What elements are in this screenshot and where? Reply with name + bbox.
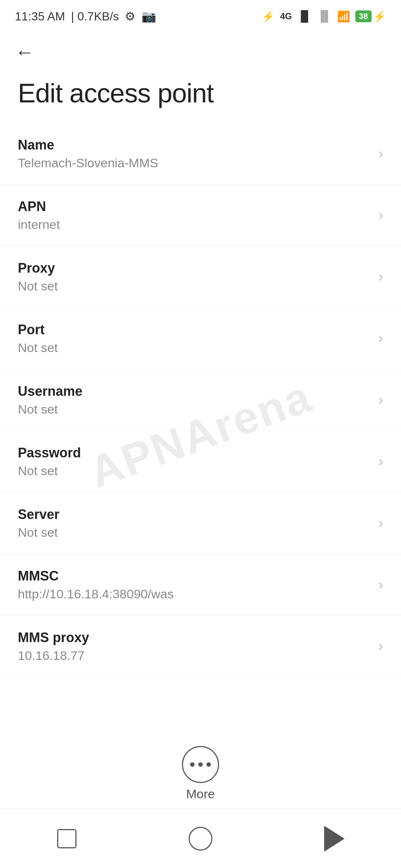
bluetooth-icon: ⚡ [262, 10, 275, 23]
page-title: Edit access point [0, 70, 401, 123]
settings-item-mms-proxy-content: MMS proxy 10.16.18.77 [18, 630, 371, 663]
nav-bar [0, 809, 401, 868]
settings-value-mms-proxy: 10.16.18.77 [18, 648, 371, 663]
settings-value-name: Telemach-Slovenia-MMS [18, 156, 371, 170]
settings-value-username: Not set [18, 402, 371, 417]
charging-icon: ⚡ [373, 10, 386, 23]
chevron-icon-mmsc: › [378, 577, 383, 593]
settings-item-username[interactable]: Username Not set › [0, 369, 401, 431]
settings-item-name[interactable]: Name Telemach-Slovenia-MMS › [0, 123, 401, 185]
status-right: ⚡ 4G ▐▌ ▐▌ 📶 38 ⚡ [262, 10, 386, 23]
status-left: 11:35 AM | 0.7KB/s ⚙ 📷 [15, 9, 156, 23]
settings-item-port[interactable]: Port Not set › [0, 308, 401, 369]
settings-item-server-content: Server Not set [18, 507, 371, 540]
dot-1 [190, 762, 195, 767]
settings-label-password: Password [18, 445, 371, 461]
settings-label-server: Server [18, 507, 371, 522]
nav-triangle-icon [324, 826, 345, 852]
battery-container: 38 ⚡ [355, 10, 386, 23]
video-icon: 📷 [141, 9, 156, 23]
time-display: 11:35 AM [15, 10, 65, 23]
more-label: More [186, 787, 215, 801]
settings-item-password-content: Password Not set [18, 445, 371, 478]
settings-label-port: Port [18, 322, 371, 338]
chevron-icon-username: › [378, 392, 383, 408]
nav-back-button[interactable] [182, 820, 219, 857]
back-arrow-icon[interactable]: ← [15, 41, 34, 63]
chevron-icon-proxy: › [378, 269, 383, 285]
more-button-area[interactable]: More [0, 746, 401, 801]
chevron-icon-apn: › [378, 207, 383, 223]
settings-value-password: Not set [18, 464, 371, 478]
signal-4g-icon: 4G [280, 11, 292, 22]
settings-value-mmsc: http://10.16.18.4:38090/was [18, 587, 371, 601]
back-button[interactable]: ← [0, 30, 401, 70]
nav-square-icon [57, 829, 76, 848]
settings-item-apn-content: APN internet [18, 199, 371, 232]
chevron-icon-password: › [378, 454, 383, 470]
dot-3 [206, 762, 211, 767]
settings-value-proxy: Not set [18, 279, 371, 293]
settings-item-proxy[interactable]: Proxy Not set › [0, 246, 401, 308]
settings-item-port-content: Port Not set [18, 322, 371, 355]
chevron-icon-server: › [378, 515, 383, 531]
settings-label-apn: APN [18, 199, 371, 214]
status-bar: 11:35 AM | 0.7KB/s ⚙ 📷 ⚡ 4G ▐▌ ▐▌ 📶 38 ⚡ [0, 0, 401, 30]
settings-value-port: Not set [18, 341, 371, 355]
nav-recent-button[interactable] [316, 820, 353, 857]
settings-label-mmsc: MMSC [18, 568, 371, 584]
dot-2 [198, 762, 203, 767]
nav-home-button[interactable] [48, 820, 85, 857]
chevron-icon-port: › [378, 331, 383, 346]
wifi-icon: 📶 [337, 10, 350, 23]
chevron-icon-mms-proxy: › [378, 638, 383, 654]
more-dots-circle [182, 746, 219, 783]
settings-icon: ⚙ [125, 9, 136, 23]
nav-circle-icon [189, 827, 212, 851]
settings-label-username: Username [18, 384, 371, 399]
settings-label-proxy: Proxy [18, 260, 371, 276]
settings-item-name-content: Name Telemach-Slovenia-MMS [18, 137, 371, 170]
settings-item-username-content: Username Not set [18, 384, 371, 417]
more-button[interactable]: More [182, 746, 219, 801]
settings-item-proxy-content: Proxy Not set [18, 260, 371, 293]
settings-value-apn: internet [18, 217, 371, 232]
signal-bars2-icon: ▐▌ [317, 10, 332, 22]
battery-indicator: 38 [355, 10, 372, 22]
chevron-icon-name: › [378, 146, 383, 162]
settings-item-mmsc-content: MMSC http://10.16.18.4:38090/was [18, 568, 371, 601]
signal-bars-icon: ▐▌ [297, 10, 312, 22]
settings-label-mms-proxy: MMS proxy [18, 630, 371, 645]
settings-list: Name Telemach-Slovenia-MMS › APN interne… [0, 123, 401, 677]
settings-label-name: Name [18, 137, 371, 153]
speed-display: | 0.7KB/s [71, 10, 119, 23]
settings-item-mms-proxy[interactable]: MMS proxy 10.16.18.77 › [0, 616, 401, 677]
settings-item-password[interactable]: Password Not set › [0, 431, 401, 493]
settings-item-apn[interactable]: APN internet › [0, 185, 401, 246]
settings-value-server: Not set [18, 525, 371, 540]
settings-item-server[interactable]: Server Not set › [0, 493, 401, 554]
settings-item-mmsc[interactable]: MMSC http://10.16.18.4:38090/was › [0, 554, 401, 616]
